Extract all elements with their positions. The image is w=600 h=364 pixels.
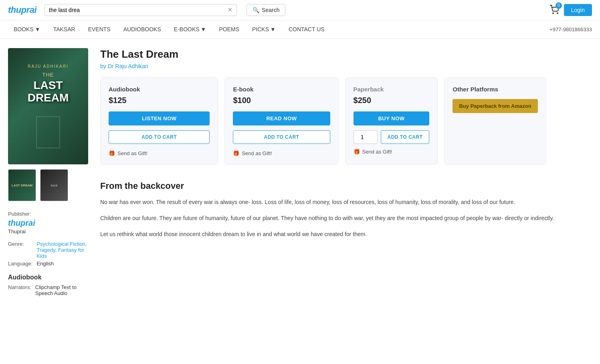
product-layout: RAJU ADHIKARI THE LAST DREAM LAST DREAM … xyxy=(8,48,592,296)
read-now-button[interactable]: READ NOW xyxy=(233,111,330,125)
backcover-title: From the backcover xyxy=(100,181,592,191)
nav-taksar-label: TAKSAR xyxy=(53,26,75,32)
header-right: 0 Login xyxy=(549,4,592,16)
book-author: by Dr Raju Adhikari xyxy=(100,63,592,69)
product-detail: The Last Dream by Dr Raju Adhikari Audio… xyxy=(100,48,592,296)
buy-now-button[interactable]: BUY NOW xyxy=(354,111,430,125)
author-by: by xyxy=(100,63,108,69)
backcover-para-1: No war has ever won. The result of every… xyxy=(100,198,592,207)
main-content: RAJU ADHIKARI THE LAST DREAM LAST DREAM … xyxy=(0,38,600,306)
search-icon: 🔍 xyxy=(253,7,259,13)
genre-label: Genre: xyxy=(8,241,32,259)
audiobook-add-to-cart-button[interactable]: ADD TO CART xyxy=(109,130,210,144)
search-input[interactable] xyxy=(49,7,225,13)
backcover-section: From the backcover No war has ever won. … xyxy=(100,181,592,239)
svg-point-1 xyxy=(557,13,558,14)
nav-item-contact[interactable]: CONTACT US xyxy=(283,20,330,38)
cover-title: LAST DREAM xyxy=(14,79,82,104)
search-button-label: Search xyxy=(262,7,279,13)
narrators-label: Narrators: xyxy=(8,284,31,296)
other-platforms-card: Other Platforms Buy Paperback from Amazo… xyxy=(444,77,546,165)
picks-chevron-icon: ▼ xyxy=(270,26,276,32)
login-button[interactable]: Login xyxy=(564,4,592,16)
gift-icon: 🎁 xyxy=(109,150,115,156)
backcover-para-2: Children are our future. They are future… xyxy=(100,214,592,223)
ebook-card: E-book $100 READ NOW ADD TO CART 🎁 Send … xyxy=(224,77,338,165)
audiobook-section: Audiobook Narrators: Clipchamp Text to S… xyxy=(8,274,88,296)
author-name[interactable]: Dr Raju Adhikari xyxy=(108,63,148,69)
backcover-para-3: Let us rethink what world those innocent… xyxy=(100,230,592,239)
nav-item-books[interactable]: BOOKS ▼ xyxy=(8,20,46,38)
nav-audiobooks-label: AUDIOBOOKS xyxy=(123,26,161,32)
nav-contact-label: CONTACT US xyxy=(289,26,325,32)
ebook-gift-label: Send as Gift! xyxy=(242,150,272,156)
thumbnail-2[interactable]: back xyxy=(40,169,68,201)
search-button[interactable]: 🔍 Search xyxy=(246,4,285,16)
ebook-type: E-book xyxy=(233,86,330,93)
listen-now-button[interactable]: LISTEN NOW xyxy=(109,111,210,125)
book-title: The Last Dream xyxy=(100,48,592,61)
quantity-input[interactable] xyxy=(354,130,378,144)
amazon-buy-button[interactable]: Buy Paperback from Amazon xyxy=(453,99,537,113)
audiobook-gift-label: Send as Gift! xyxy=(117,150,147,156)
nav-item-taksar[interactable]: TAKSAR xyxy=(48,20,81,38)
paperback-gift-icon: 🎁 xyxy=(354,149,360,155)
header: thuprai ✕ 🔍 Search 0 Login xyxy=(0,0,600,20)
nav-books-label: BOOKS xyxy=(14,26,34,32)
svg-point-0 xyxy=(553,13,554,14)
paperback-add-to-cart-button[interactable]: ADD TO CART xyxy=(381,130,430,144)
paperback-gift-label: Send as Gift! xyxy=(362,149,392,155)
book-cover: RAJU ADHIKARI THE LAST DREAM xyxy=(8,48,88,164)
nav-picks-label: PICKS xyxy=(252,26,269,32)
publisher-section: Publisher: thuprai Thuprai xyxy=(8,211,88,235)
ebook-price: $100 xyxy=(233,96,330,105)
paperback-card: Paperback $250 BUY NOW ADD TO CART 🎁 Sen… xyxy=(345,77,438,165)
paperback-gift-link[interactable]: 🎁 Send as Gift! xyxy=(354,149,430,155)
language-value: English xyxy=(36,261,88,267)
publisher-logo: thuprai xyxy=(8,218,88,228)
site-logo[interactable]: thuprai xyxy=(8,5,36,15)
genre-value: Psychological Fiction, Tragedy, Fantasy … xyxy=(36,241,88,259)
audiobook-gift-link[interactable]: 🎁 Send as Gift! xyxy=(109,150,210,156)
main-nav: BOOKS ▼ TAKSAR EVENTS AUDIOBOOKS E-BOOKS… xyxy=(0,20,600,38)
nav-item-events[interactable]: EVENTS xyxy=(83,20,116,38)
nav-poems-label: POEMS xyxy=(219,26,239,32)
cart-icon[interactable]: 0 xyxy=(549,5,559,16)
cover-the: THE xyxy=(42,72,54,78)
narrators-value: Clipchamp Text to Speech Audio xyxy=(35,284,88,296)
paperback-type: Paperback xyxy=(354,86,430,93)
nav-phone: +977-9801866333 xyxy=(549,26,592,32)
qty-row: ADD TO CART xyxy=(354,130,430,144)
nav-item-ebooks[interactable]: E-BOOKS ▼ xyxy=(168,20,212,38)
nav-ebooks-label: E-BOOKS xyxy=(174,26,200,32)
nav-item-picks[interactable]: PICKS ▼ xyxy=(246,20,281,38)
search-bar: ✕ xyxy=(44,4,237,16)
book-main-image: RAJU ADHIKARI THE LAST DREAM xyxy=(8,48,88,164)
search-clear-icon[interactable]: ✕ xyxy=(227,7,232,13)
nav-events-label: EVENTS xyxy=(88,26,111,32)
nav-item-audiobooks[interactable]: AUDIOBOOKS xyxy=(118,20,167,38)
language-label: Language: xyxy=(8,261,32,267)
publisher-name: Thuprai xyxy=(8,229,88,235)
product-images: RAJU ADHIKARI THE LAST DREAM LAST DREAM … xyxy=(8,48,88,296)
publisher-label: Publisher: xyxy=(8,211,88,217)
narrators-row: Narrators: Clipchamp Text to Speech Audi… xyxy=(8,284,88,296)
thumbnail-row: LAST DREAM back xyxy=(8,169,88,201)
ebook-gift-icon: 🎁 xyxy=(233,150,239,156)
ebooks-chevron-icon: ▼ xyxy=(201,26,206,32)
thumbnail-1[interactable]: LAST DREAM xyxy=(8,169,36,201)
audiobook-price: $125 xyxy=(109,96,210,105)
meta-table: Genre: Psychological Fiction, Tragedy, F… xyxy=(8,241,88,267)
audiobook-type: Audiobook xyxy=(109,86,210,93)
books-chevron-icon: ▼ xyxy=(35,26,40,32)
audiobook-card: Audiobook $125 LISTEN NOW ADD TO CART 🎁 … xyxy=(100,77,218,165)
nav-item-poems[interactable]: POEMS xyxy=(213,20,245,38)
ebook-add-to-cart-button[interactable]: ADD TO CART xyxy=(233,130,330,144)
cover-illustration xyxy=(36,116,60,148)
cart-badge: 0 xyxy=(556,2,562,9)
other-platforms-title: Other Platforms xyxy=(453,86,537,93)
paperback-price: $250 xyxy=(354,96,430,105)
cover-author: RAJU ADHIKARI xyxy=(28,64,69,69)
ebook-gift-link[interactable]: 🎁 Send as Gift! xyxy=(233,150,330,156)
cards-row: Audiobook $125 LISTEN NOW ADD TO CART 🎁 … xyxy=(100,77,592,165)
